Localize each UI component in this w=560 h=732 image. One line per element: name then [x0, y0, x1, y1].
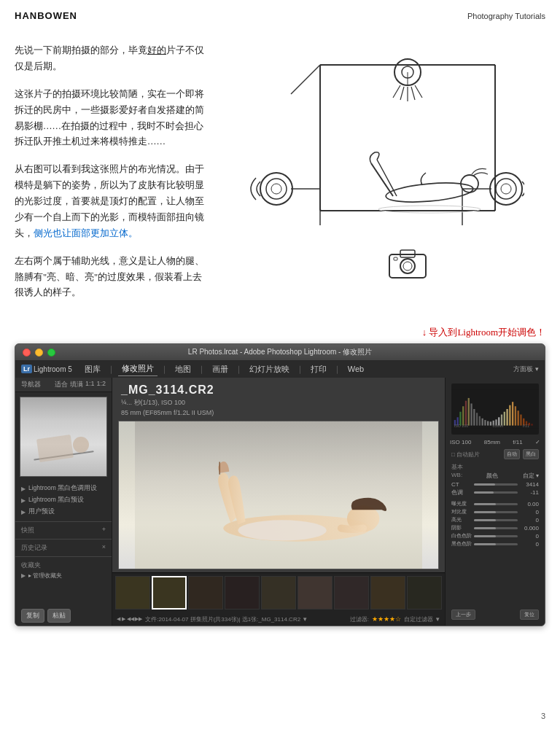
- paragraph-1: 先说一下前期拍摄的部分，毕竟好的片子不仅仅是后期。: [15, 43, 211, 75]
- lr-panel-toggle[interactable]: 方面板 ▾: [513, 365, 539, 374]
- studio-diagram-svg: [247, 50, 524, 298]
- svg-line-11: [415, 85, 422, 98]
- lr-preset-item-2[interactable]: ▶ Lightroom 黑白预设: [21, 494, 106, 506]
- lr-nav-develop[interactable]: 修改照片: [118, 362, 158, 376]
- lr-autoadj[interactable]: ✓: [535, 439, 540, 445]
- lr-nav-map[interactable]: 地图: [171, 362, 195, 376]
- lr-exp-track[interactable]: [474, 503, 518, 505]
- lr-nav-print[interactable]: 打印: [307, 362, 330, 376]
- lr-nav-fit[interactable]: 适合: [55, 380, 68, 389]
- lr-copy-btn[interactable]: 复制: [21, 609, 44, 623]
- paragraph-2: 这张片子的拍摄环境比较简陋，实在一个即将拆迁的民房中，一些摄影爱好者自发搭建的简…: [15, 87, 211, 151]
- lr-photo-content: [119, 421, 438, 569]
- svg-rect-42: [465, 401, 467, 426]
- lr-center-panel: _MG_3114.CR2 ¼... 秒(1/13), ISO 100 85 mm…: [112, 378, 445, 626]
- lr-whites-track[interactable]: [474, 535, 518, 537]
- window-maximize-btn[interactable]: [47, 349, 55, 357]
- lr-strip-6[interactable]: [298, 576, 332, 610]
- lr-strip-3[interactable]: [188, 576, 223, 610]
- lr-whites-val: 0: [520, 533, 539, 540]
- lr-blacks-val: 0: [520, 541, 539, 548]
- lr-paste-btn[interactable]: 粘贴: [47, 609, 71, 623]
- lr-nav-web[interactable]: Web: [344, 363, 368, 375]
- svg-point-15: [271, 184, 281, 194]
- lr-histogram: ISO 100 85mm f/11: [451, 383, 539, 435]
- lr-filter-preset[interactable]: 自定过滤器 ▼: [404, 615, 440, 623]
- lr-bottom-action-btns: 上一步 复位: [446, 607, 545, 623]
- lr-divider-1: [15, 521, 112, 522]
- lr-basic-text: 基本: [451, 463, 463, 471]
- svg-point-34: [238, 521, 326, 541]
- lr-bw-btn[interactable]: 黑白: [523, 449, 539, 459]
- svg-rect-49: [484, 420, 486, 426]
- lr-slider-blacks: 黑色色阶 0: [451, 540, 539, 548]
- lr-ct-track[interactable]: [474, 483, 518, 486]
- lr-stars: ★★★★☆: [372, 615, 401, 623]
- lr-collection-manage[interactable]: ▶ ▸ 管理收藏夹: [21, 570, 106, 581]
- lr-nav-fill[interactable]: 填满: [70, 380, 83, 389]
- studio-diagram: [226, 43, 545, 313]
- lr-iso-value: ISO 100: [450, 439, 471, 445]
- lr-preset-item-3[interactable]: ▶ 用户预设: [21, 506, 106, 518]
- lr-quick-add[interactable]: +: [102, 526, 106, 535]
- lr-preset-item-1[interactable]: ▶ Lightroom 黑白色调用设: [21, 483, 106, 494]
- svg-rect-62: [520, 415, 521, 426]
- lr-slider-ct: CT 3414: [451, 481, 539, 488]
- lr-slider-whites: 白色色阶 0: [451, 532, 539, 540]
- lr-collections-label: 收藏夹: [21, 561, 106, 570]
- svg-point-25: [378, 206, 481, 213]
- lr-strip-8[interactable]: [370, 576, 405, 610]
- lr-prev-btn[interactable]: 上一步: [451, 610, 475, 620]
- lr-tint-track[interactable]: [474, 491, 518, 494]
- lr-nav-1to1[interactable]: 1:1: [85, 380, 95, 389]
- lr-exposure-row: ISO 100 85mm f/11 ✓: [446, 437, 545, 447]
- lr-nav-book[interactable]: 画册: [209, 362, 232, 376]
- lr-navigator-nav: 适合 填满 1:1 1:2: [55, 380, 106, 389]
- lr-wb-custom[interactable]: 自定 ▾: [523, 472, 539, 480]
- lr-reset-btn[interactable]: 复位: [520, 610, 539, 620]
- lr-nav-slideshow[interactable]: 幻灯片放映: [246, 362, 293, 376]
- lr-body: 导航器 适合 填满 1:1 1:2 ▶: [15, 378, 545, 626]
- lr-histogram-svg: ISO 100 85mm f/11: [451, 383, 539, 435]
- lr-nav-1to2[interactable]: 1:2: [97, 380, 106, 389]
- lr-highlights-label: 高光: [451, 516, 472, 523]
- lr-strip-1[interactable]: [115, 576, 150, 610]
- lr-blacks-track[interactable]: [474, 543, 518, 545]
- lr-preset-tri-2: ▶: [21, 497, 26, 504]
- lr-bottom-bar: ◀ ▶ ◀◀ ▶▶ 文件:2014-04-07 拼集照片(共334张)| 选1张…: [112, 612, 445, 626]
- lr-shadows-track[interactable]: [474, 527, 518, 529]
- lr-whites-label: 白色色阶: [451, 532, 472, 540]
- svg-rect-41: [462, 406, 464, 425]
- lr-strip-9[interactable]: [407, 576, 442, 610]
- lr-titlebar-text: LR Photos.lrcat - Adobe Photoshop Lightr…: [188, 347, 372, 357]
- lr-basic-label: 基本: [451, 463, 539, 471]
- svg-text:f/11: f/11: [523, 424, 529, 428]
- svg-rect-48: [482, 418, 483, 426]
- lr-history-clear[interactable]: ×: [102, 543, 106, 553]
- lr-nav-library[interactable]: 图库: [81, 362, 104, 376]
- svg-rect-56: [504, 412, 505, 426]
- lr-filmstrip: [112, 572, 445, 612]
- page-title: Photography Tutorials: [467, 12, 545, 20]
- lr-history-text: 历史记录: [21, 543, 47, 553]
- svg-line-1: [291, 65, 320, 94]
- lr-contrast-track[interactable]: [474, 511, 518, 513]
- lr-auto-btn[interactable]: 自动: [504, 449, 520, 459]
- lr-divider-2: [15, 539, 112, 540]
- lr-highlights-track[interactable]: [474, 519, 518, 521]
- lr-strip-2[interactable]: [152, 576, 187, 610]
- lr-strip-5[interactable]: [261, 576, 296, 610]
- lr-page-nav: ◀ ▶ ◀◀ ▶▶: [117, 616, 142, 622]
- window-close-btn[interactable]: [23, 349, 31, 357]
- lr-wb-row: WB: 颜色 自定 ▾: [451, 472, 539, 480]
- lr-film-info: _MG_3114.CR2 ¼... 秒(1/13), ISO 100 85 mm…: [112, 378, 445, 418]
- lr-contrast-val: 0: [520, 509, 539, 515]
- lr-presets-section: ▶ Lightroom 黑白色调用设 ▶ Lightroom 黑白预设 ▶ 用户…: [15, 481, 112, 519]
- lr-strip-4[interactable]: [225, 576, 260, 610]
- window-minimize-btn[interactable]: [35, 349, 43, 357]
- lr-logo: Lr Lightroom 5: [21, 365, 72, 373]
- lr-preset-tri: ▶: [21, 486, 26, 492]
- svg-text:85mm: 85mm: [493, 424, 504, 428]
- lr-strip-7[interactable]: [334, 576, 369, 610]
- lr-collections-text: 收藏夹: [21, 561, 41, 570]
